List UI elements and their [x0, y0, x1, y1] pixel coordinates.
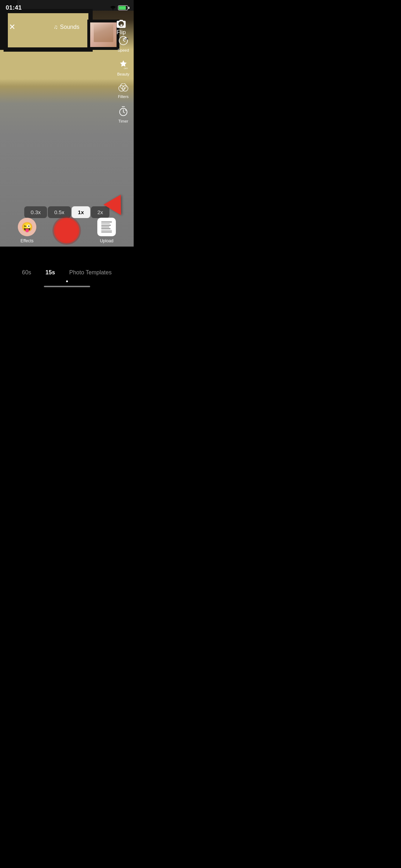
upload-line	[101, 232, 112, 232]
upload-line	[101, 223, 110, 224]
filters-icon	[118, 83, 129, 93]
flip-camera-icon	[116, 19, 127, 29]
upload-line	[101, 222, 112, 222]
upload-line	[101, 225, 111, 226]
svg-text:3: 3	[125, 108, 127, 112]
filters-label: Filters	[118, 94, 129, 99]
bottom-controls: 😜 Effects Upload	[0, 215, 134, 247]
home-indicator	[44, 286, 90, 287]
status-time: 01:41	[6, 4, 22, 11]
upload-line	[101, 228, 110, 229]
upload-icon-lines	[100, 220, 113, 234]
speed-icon: ON	[118, 36, 128, 46]
svg-point-0	[113, 9, 114, 10]
record-button[interactable]	[54, 218, 79, 243]
right-controls-panel: ON Speed OFF Beauty Filters	[117, 36, 129, 123]
status-bar: 01:41	[0, 0, 134, 16]
status-icons	[110, 5, 128, 10]
timer-label: Timer	[118, 119, 128, 123]
upload-button[interactable]: Upload	[97, 218, 116, 243]
tab-active-indicator	[66, 280, 68, 282]
tab-bar: 60s 15s Photo Templates	[0, 268, 134, 277]
svg-text:OFF: OFF	[124, 67, 128, 69]
battery-icon	[118, 5, 128, 10]
record-inner	[57, 221, 77, 241]
timer-control[interactable]: 3 Timer	[117, 106, 129, 123]
upload-icon	[97, 218, 116, 236]
sounds-icon: ♫	[53, 24, 58, 30]
tab-60s[interactable]: 60s	[22, 268, 31, 277]
svg-text:ON: ON	[125, 38, 128, 40]
upload-line	[101, 230, 112, 231]
filters-control[interactable]: Filters	[117, 83, 129, 99]
battery-fill	[119, 6, 126, 10]
sounds-button[interactable]: ♫ Sounds	[53, 24, 79, 30]
tab-photo-templates[interactable]: Photo Templates	[69, 268, 112, 277]
effects-icon: 😜	[18, 218, 36, 236]
flip-label: Flip	[117, 29, 126, 36]
beauty-icon: OFF	[118, 60, 128, 69]
sounds-label: Sounds	[60, 24, 79, 30]
beauty-label: Beauty	[117, 72, 129, 76]
close-button[interactable]: ✕	[7, 21, 17, 33]
wifi-icon	[110, 6, 116, 10]
tab-15s[interactable]: 15s	[46, 268, 55, 277]
timer-icon: 3	[118, 106, 128, 117]
flip-button[interactable]: Flip	[116, 19, 127, 36]
top-controls-bar: ✕ ♫ Sounds Flip	[0, 19, 134, 36]
speed-label: Speed	[118, 48, 129, 52]
upload-label: Upload	[100, 238, 113, 243]
effects-button[interactable]: 😜 Effects	[18, 218, 36, 243]
speed-control[interactable]: ON Speed	[117, 36, 129, 52]
upload-line	[101, 227, 109, 227]
beauty-control[interactable]: OFF Beauty	[117, 60, 129, 76]
effects-label: Effects	[21, 238, 34, 243]
